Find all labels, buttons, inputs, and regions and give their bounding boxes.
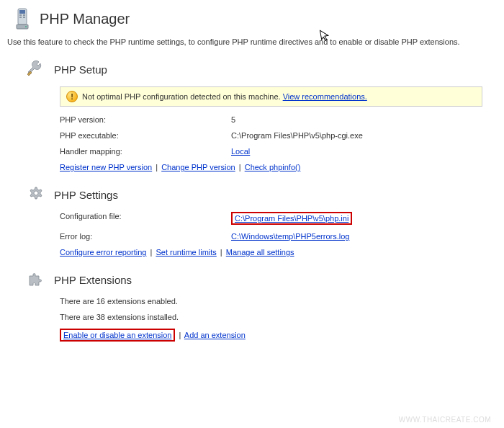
section-php-extensions: PHP Extensions There are 16 extensions e…	[25, 269, 504, 342]
extensions-installed-text: There are 38 extensions installed.	[60, 313, 504, 321]
svg-rect-2	[19, 14, 22, 16]
svg-rect-5	[23, 17, 25, 18]
alert-banner: ! Not optimal PHP configuration detected…	[60, 86, 482, 107]
config-file-label: Configuration file:	[60, 212, 231, 225]
page-description: Use this feature to check the PHP runtim…	[0, 34, 504, 53]
svg-rect-4	[19, 17, 22, 18]
warning-icon: !	[66, 91, 78, 102]
highlight-box: Enable or disable an extension	[60, 329, 175, 342]
puzzle-icon	[25, 269, 45, 290]
php-version-value: 5	[231, 115, 235, 124]
manage-settings-link[interactable]: Manage all settings	[226, 248, 294, 257]
configure-error-link[interactable]: Configure error reporting	[60, 248, 146, 257]
check-phpinfo-link[interactable]: Check phpinfo()	[245, 163, 301, 171]
handler-mapping-label: Handler mapping:	[60, 147, 231, 156]
error-log-link[interactable]: C:\Windows\temp\PHP5errors.log	[231, 232, 349, 241]
error-log-label: Error log:	[60, 232, 231, 241]
view-recommendations-link[interactable]: View recommendations.	[283, 92, 367, 101]
section-title-setup: PHP Setup	[54, 63, 107, 76]
enable-disable-extension-link[interactable]: Enable or disable an extension	[63, 331, 171, 339]
section-php-settings: PHP Settings Configuration file: C:\Prog…	[25, 184, 504, 257]
change-php-link[interactable]: Change PHP version	[161, 163, 235, 171]
highlight-box: C:\Program Files\PHP\v5\php.ini	[231, 212, 352, 225]
extensions-enabled-text: There are 16 extensions enabled.	[60, 297, 504, 306]
alert-text: Not optimal PHP configuration detected o…	[82, 92, 281, 101]
section-title-settings: PHP Settings	[54, 189, 118, 201]
svg-rect-1	[19, 10, 25, 14]
config-file-link[interactable]: C:\Program Files\PHP\v5\php.ini	[235, 214, 348, 223]
php-manager-app-icon	[11, 7, 34, 30]
add-extension-link[interactable]: Add an extension	[184, 331, 246, 339]
php-executable-label: PHP executable:	[60, 131, 231, 140]
svg-point-7	[25, 26, 27, 27]
svg-rect-3	[23, 14, 25, 16]
wrench-icon	[25, 59, 45, 79]
watermark-text: WWW.THAICREATE.COM	[399, 416, 491, 424]
section-php-setup: PHP Setup ! Not optimal PHP configuratio…	[25, 59, 504, 171]
php-executable-value: C:\Program Files\PHP\v5\php-cgi.exe	[231, 131, 363, 140]
handler-mapping-link[interactable]: Local	[231, 147, 250, 156]
php-version-label: PHP version:	[60, 115, 231, 124]
gear-icon	[25, 184, 45, 205]
runtime-limits-link[interactable]: Set runtime limits	[156, 248, 216, 257]
register-php-link[interactable]: Register new PHP version	[60, 163, 152, 171]
svg-point-8	[34, 191, 38, 195]
section-title-extensions: PHP Extensions	[54, 274, 132, 286]
page-title: PHP Manager	[40, 11, 130, 27]
